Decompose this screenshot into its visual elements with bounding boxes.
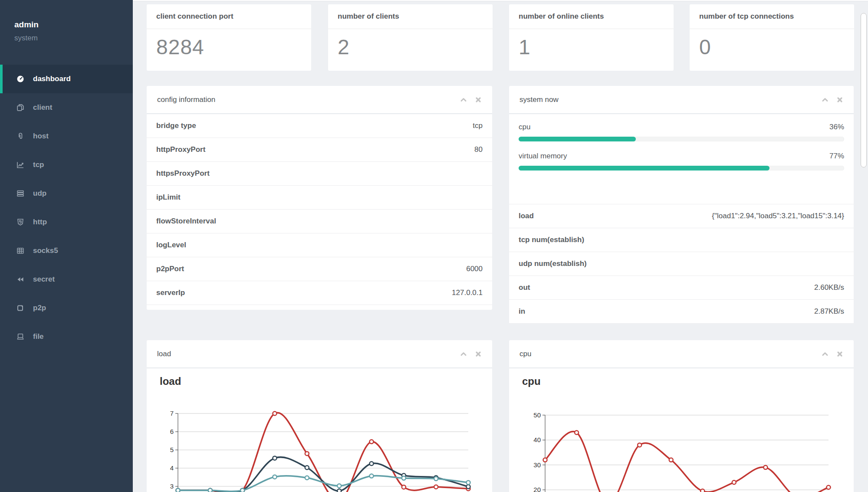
gauge-label: cpu <box>519 123 829 131</box>
row-label: tcp num(establish) <box>519 236 844 244</box>
load-chart-svg: 34567 <box>147 368 492 492</box>
sidebar-item-file[interactable]: file <box>0 322 133 351</box>
sidebar-item-socks5[interactable]: socks5 <box>0 236 133 265</box>
gauge-virtual-memory: virtual memory77% <box>519 152 844 171</box>
system-rows: load{"load1":2.94,"load5":3.21,"load15":… <box>509 204 854 324</box>
progress-bar <box>519 137 844 141</box>
table-row: ipLimit <box>147 186 492 210</box>
table-row: udp num(establish) <box>509 252 854 276</box>
svg-text:5: 5 <box>170 446 174 453</box>
sidebar-item-label: tcp <box>33 161 44 169</box>
progress-bar <box>519 166 844 171</box>
scrollbar-thumb[interactable] <box>861 13 867 167</box>
table-icon <box>16 246 25 255</box>
table-row: in2.87KB/s <box>509 300 854 324</box>
sidebar-item-http[interactable]: http <box>0 208 133 236</box>
table-row: out2.60KB/s <box>509 276 854 300</box>
table-row: tcp num(establish) <box>509 228 854 252</box>
close-icon[interactable] <box>475 351 482 358</box>
stat-card: number of online clients1 <box>509 4 674 71</box>
stat-card-label: number of tcp connections <box>690 4 854 29</box>
panel-title: system now <box>519 95 814 104</box>
svg-text:50: 50 <box>533 411 541 419</box>
row-value: {"load1":2.94,"load5":3.21,"load15":3.14… <box>712 212 844 220</box>
table-row: httpsProxyPort <box>147 162 492 186</box>
svg-text:40: 40 <box>533 436 541 443</box>
row-label: load <box>519 212 712 220</box>
copy-icon <box>16 103 25 112</box>
row-label: logLevel <box>156 241 483 249</box>
sidebar-item-label: udp <box>33 189 46 198</box>
user-name: admin <box>14 20 133 30</box>
stat-card-label: number of online clients <box>509 4 674 29</box>
row-label: udp num(establish) <box>519 259 844 268</box>
panel-header: system now <box>509 86 854 114</box>
sidebar-item-label: socks5 <box>33 246 58 255</box>
collapse-icon[interactable] <box>822 351 829 358</box>
user-role: system <box>14 34 133 43</box>
chart-title: cpu <box>522 375 541 387</box>
sidebar-item-label: client <box>33 103 52 112</box>
cpu-chart-panel: cpu cpu 20304050 <box>509 340 854 492</box>
collapse-icon[interactable] <box>822 96 829 103</box>
row-label: p2pPort <box>156 265 466 273</box>
sidebar-item-p2p[interactable]: p2p <box>0 294 133 322</box>
main-content: client connection port8284number of clie… <box>133 0 868 492</box>
table-row: flowStoreInterval <box>147 210 492 233</box>
row-value: 127.0.0.1 <box>452 289 483 297</box>
table-row: p2pPort6000 <box>147 257 492 281</box>
navbar-remnant <box>133 0 868 1</box>
sidebar-item-host[interactable]: host <box>0 122 133 151</box>
sidebar-item-client[interactable]: client <box>0 93 133 122</box>
system-gauges: cpu36%virtual memory77% <box>509 114 854 171</box>
collapse-icon[interactable] <box>460 351 467 358</box>
table-row: load{"load1":2.94,"load5":3.21,"load15":… <box>509 204 854 228</box>
config-rows: bridge typetcphttpProxyPort80httpsProxyP… <box>147 114 492 305</box>
html5-icon <box>16 218 25 226</box>
system-now-panel: system now cpu36%virtual memory77% load{… <box>509 86 854 324</box>
stat-card-label: number of clients <box>328 4 493 29</box>
close-icon[interactable] <box>836 351 843 358</box>
row-value: tcp <box>473 121 483 130</box>
sidebar-menu: dashboardclienthosttcpudphttpsocks5secre… <box>0 65 133 351</box>
row-value: 80 <box>474 145 483 154</box>
row-value: 6000 <box>466 265 483 273</box>
user-profile: admin system <box>0 0 133 43</box>
row-value: 2.60KB/s <box>814 283 844 292</box>
row-label: httpsProxyPort <box>156 169 483 178</box>
sidebar-item-label: p2p <box>33 304 46 312</box>
sidebar-item-udp[interactable]: udp <box>0 179 133 208</box>
gauge-percent: 77% <box>829 152 844 161</box>
gauge-percent: 36% <box>829 123 844 131</box>
cpu-chart-svg: 20304050 <box>509 368 854 492</box>
close-icon[interactable] <box>475 96 482 103</box>
gauge-cpu: cpu36% <box>519 123 844 141</box>
table-row: logLevel <box>147 233 492 257</box>
app: { "sidebar": { "profile": { "name": "adm… <box>0 0 868 492</box>
row-label: in <box>519 307 814 316</box>
square-icon <box>16 304 25 312</box>
stat-card: number of tcp connections0 <box>690 4 854 71</box>
server-icon <box>16 189 25 198</box>
config-information-panel: config information bridge typetcphttpPro… <box>147 86 492 310</box>
row-label: flowStoreInterval <box>156 217 483 226</box>
panel-header: config information <box>147 86 492 114</box>
close-icon[interactable] <box>836 96 843 103</box>
svg-text:7: 7 <box>170 410 174 417</box>
svg-text:20: 20 <box>533 486 541 492</box>
collapse-icon[interactable] <box>460 96 467 103</box>
sidebar-item-secret[interactable]: secret <box>0 265 133 294</box>
svg-text:30: 30 <box>533 461 541 469</box>
sidebar-item-dashboard[interactable]: dashboard <box>0 65 133 93</box>
gauge-label: virtual memory <box>519 152 829 161</box>
table-row: serverIp127.0.0.1 <box>147 281 492 305</box>
svg-text:4: 4 <box>170 464 174 472</box>
stat-card-value: 1 <box>509 29 674 59</box>
load-chart-panel: load load 34567 <box>147 340 492 492</box>
row-label: bridge type <box>156 121 473 130</box>
panel-title: cpu <box>519 350 814 358</box>
stat-card-value: 2 <box>328 29 493 59</box>
load-chart: load 34567 <box>147 368 492 492</box>
sidebar-item-label: dashboard <box>33 75 71 83</box>
sidebar-item-tcp[interactable]: tcp <box>0 151 133 179</box>
